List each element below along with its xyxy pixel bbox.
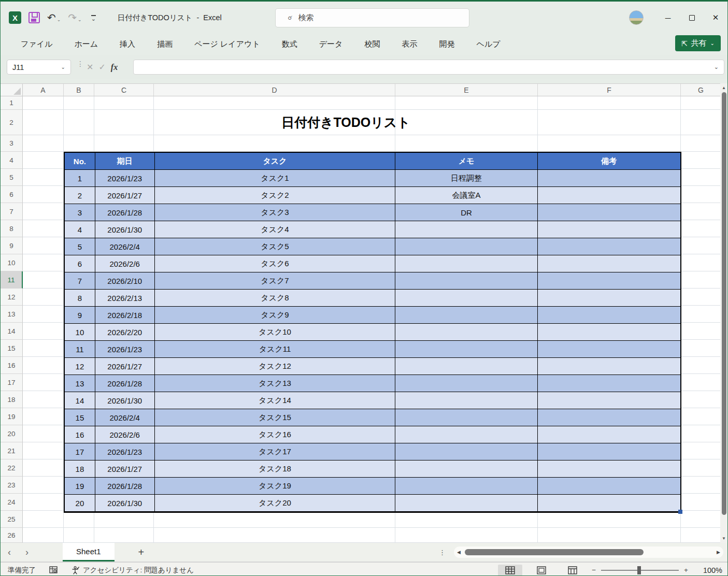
- table-cell[interactable]: 2026/1/30: [95, 392, 155, 409]
- cell-F26[interactable]: [538, 528, 681, 543]
- cell-E1[interactable]: [395, 96, 538, 110]
- table-cell[interactable]: 2026/1/28: [95, 204, 155, 221]
- cell-F1[interactable]: [538, 96, 681, 110]
- table-cell[interactable]: [538, 187, 680, 204]
- table-cell[interactable]: 16: [65, 426, 95, 443]
- table-cell[interactable]: 13: [65, 375, 95, 392]
- cell-G12[interactable]: [681, 289, 721, 306]
- name-box-resizer[interactable]: ⋮: [77, 62, 84, 65]
- zoom-slider-track[interactable]: [601, 570, 679, 571]
- table-cell[interactable]: [538, 409, 680, 426]
- table-cell[interactable]: 2026/1/28: [95, 375, 155, 392]
- zoom-out-icon[interactable]: −: [592, 566, 596, 574]
- table-cell[interactable]: 2026/1/23: [95, 170, 155, 187]
- horizontal-scrollbar-thumb[interactable]: [465, 549, 644, 555]
- share-button[interactable]: ⇱ 共有 ⌄: [675, 35, 721, 51]
- row-header-22[interactable]: 22: [1, 459, 23, 477]
- row-header-10[interactable]: 10: [1, 254, 23, 271]
- cell-G6[interactable]: [681, 186, 721, 203]
- cell-A23[interactable]: [23, 477, 64, 494]
- table-cell[interactable]: タスク17: [155, 443, 396, 460]
- sheet-tab-sheet1[interactable]: Sheet1: [63, 543, 115, 561]
- cell-G19[interactable]: [681, 408, 721, 425]
- cell-B3[interactable]: [64, 135, 94, 152]
- zoom-slider[interactable]: − +: [592, 566, 688, 574]
- table-cell[interactable]: タスク8: [155, 290, 396, 307]
- cell-A18[interactable]: [23, 391, 64, 408]
- table-cell[interactable]: [538, 358, 680, 375]
- cell-A16[interactable]: [23, 357, 64, 374]
- ribbon-tab-ページ レイアウト[interactable]: ページ レイアウト: [183, 35, 271, 53]
- table-cell[interactable]: タスク7: [155, 272, 396, 290]
- table-header-タスク[interactable]: タスク: [155, 153, 396, 170]
- cell-A5[interactable]: [23, 169, 64, 186]
- table-cell[interactable]: タスク19: [155, 478, 396, 495]
- maximize-button[interactable]: [680, 7, 704, 28]
- table-cell[interactable]: 20: [65, 495, 95, 512]
- cell-D1[interactable]: [154, 96, 395, 110]
- ribbon-tab-開発[interactable]: 開発: [428, 35, 465, 53]
- table-cell[interactable]: [538, 221, 680, 238]
- table-cell[interactable]: 2026/1/30: [95, 221, 155, 238]
- ribbon-tab-ファイル[interactable]: ファイル: [10, 35, 63, 53]
- table-cell[interactable]: 2026/2/4: [95, 409, 155, 426]
- table-cell[interactable]: 2026/2/20: [95, 324, 155, 341]
- table-cell[interactable]: 2026/1/30: [95, 495, 155, 512]
- table-cell[interactable]: [395, 409, 537, 426]
- table-cell[interactable]: 会議室A: [395, 187, 537, 204]
- table-cell[interactable]: タスク15: [155, 409, 396, 426]
- cell-G3[interactable]: [681, 135, 721, 152]
- table-cell[interactable]: [395, 460, 537, 478]
- next-sheet-icon[interactable]: ›: [18, 547, 36, 558]
- table-cell[interactable]: [395, 272, 537, 290]
- table-cell[interactable]: タスク16: [155, 426, 396, 443]
- sheet-title-cell[interactable]: 日付付きTODOリスト: [154, 110, 538, 135]
- cell-G1[interactable]: [681, 96, 721, 110]
- customize-quick-access-button[interactable]: ⌄: [91, 15, 96, 20]
- cell-B1[interactable]: [64, 96, 94, 110]
- table-cell[interactable]: [538, 255, 680, 272]
- table-cell[interactable]: [395, 426, 537, 443]
- table-cell[interactable]: 2026/1/27: [95, 460, 155, 478]
- row-header-18[interactable]: 18: [1, 391, 23, 408]
- row-header-9[interactable]: 9: [1, 237, 23, 254]
- cell-F2[interactable]: [538, 110, 681, 135]
- insert-function-icon[interactable]: fx: [111, 63, 118, 72]
- row-header-4[interactable]: 4: [1, 152, 23, 169]
- table-cell[interactable]: [538, 426, 680, 443]
- table-cell[interactable]: タスク5: [155, 238, 396, 255]
- table-cell[interactable]: 2: [65, 187, 95, 204]
- table-cell[interactable]: [395, 255, 537, 272]
- table-cell[interactable]: [395, 307, 537, 324]
- table-cell[interactable]: [538, 290, 680, 307]
- avatar[interactable]: [629, 10, 644, 25]
- row-header-3[interactable]: 3: [1, 135, 23, 152]
- cell-A19[interactable]: [23, 408, 64, 425]
- row-header-12[interactable]: 12: [1, 289, 23, 306]
- cell-G14[interactable]: [681, 323, 721, 340]
- table-cell[interactable]: [538, 307, 680, 324]
- cell-A21[interactable]: [23, 442, 64, 459]
- row-header-2[interactable]: 2: [1, 110, 23, 135]
- table-cell[interactable]: 2026/2/18: [95, 307, 155, 324]
- cell-B26[interactable]: [64, 528, 94, 543]
- table-cell[interactable]: [395, 392, 537, 409]
- close-button[interactable]: ✕: [704, 7, 727, 28]
- table-cell[interactable]: タスク10: [155, 324, 396, 341]
- table-cell[interactable]: タスク9: [155, 307, 396, 324]
- enter-check-icon[interactable]: ✓: [98, 62, 105, 72]
- minimize-button[interactable]: ─: [656, 7, 680, 28]
- table-cell[interactable]: タスク4: [155, 221, 396, 238]
- page-break-preview-button[interactable]: [561, 565, 584, 576]
- cell-G26[interactable]: [681, 528, 721, 543]
- table-cell[interactable]: [538, 375, 680, 392]
- cell-D3[interactable]: [154, 135, 395, 152]
- cell-A22[interactable]: [23, 459, 64, 477]
- ribbon-tab-描画[interactable]: 描画: [146, 35, 183, 53]
- cell-G2[interactable]: [681, 110, 721, 135]
- cell-A17[interactable]: [23, 374, 64, 391]
- table-cell[interactable]: タスク13: [155, 375, 396, 392]
- table-cell[interactable]: タスク1: [155, 170, 396, 187]
- cell-G9[interactable]: [681, 237, 721, 254]
- cell-G24[interactable]: [681, 494, 721, 511]
